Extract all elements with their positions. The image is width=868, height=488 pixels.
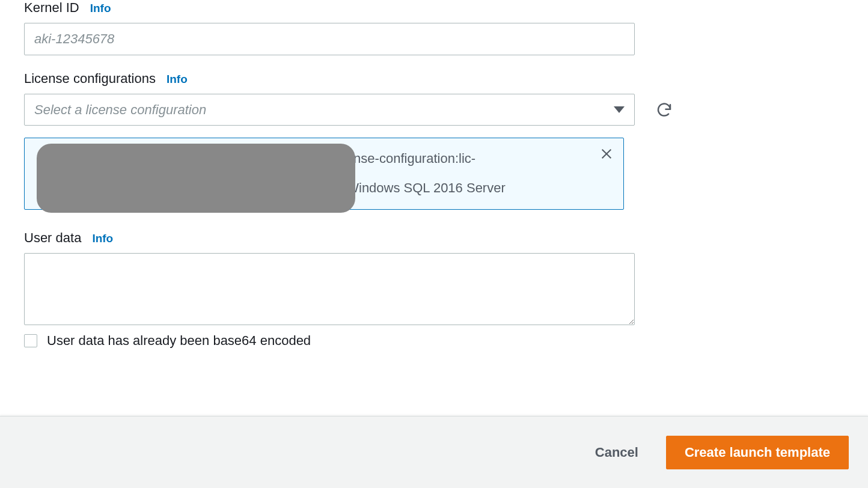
kernel-id-info-link[interactable]: Info	[90, 2, 111, 15]
user-data-label-row: User data Info	[24, 230, 844, 246]
user-data-checkbox-row: User data has already been base64 encode…	[24, 333, 844, 349]
close-icon[interactable]	[598, 145, 615, 162]
form-group-license-config: License configurations Info Select a lic…	[24, 71, 844, 210]
license-config-placeholder: Select a license configuration	[34, 102, 206, 118]
license-selected-tag: :license-configuration:lic- : Windows SQ…	[24, 138, 624, 210]
redacted-block	[37, 144, 355, 213]
base64-encoded-label: User data has already been base64 encode…	[47, 333, 311, 349]
license-config-label-row: License configurations Info	[24, 71, 844, 87]
user-data-label: User data	[24, 230, 81, 246]
license-config-select-row: Select a license configuration	[24, 94, 844, 126]
kernel-id-label: Kernel ID	[24, 0, 79, 16]
kernel-id-input[interactable]	[24, 23, 635, 55]
user-data-info-link[interactable]: Info	[92, 232, 113, 245]
create-launch-template-button[interactable]: Create launch template	[666, 436, 849, 469]
kernel-id-label-row: Kernel ID Info	[24, 0, 844, 16]
form-group-kernel-id: Kernel ID Info	[24, 0, 844, 55]
cancel-button[interactable]: Cancel	[584, 438, 649, 468]
footer-bar: Cancel Create launch template	[0, 416, 868, 488]
chevron-down-icon	[614, 106, 625, 113]
refresh-icon[interactable]	[655, 101, 673, 119]
user-data-textarea[interactable]	[24, 253, 635, 325]
license-config-select[interactable]: Select a license configuration	[24, 94, 635, 126]
form-group-user-data: User data Info User data has already bee…	[24, 230, 844, 349]
license-config-info-link[interactable]: Info	[167, 73, 188, 86]
license-config-label: License configurations	[24, 71, 156, 87]
base64-encoded-checkbox[interactable]	[24, 334, 37, 347]
